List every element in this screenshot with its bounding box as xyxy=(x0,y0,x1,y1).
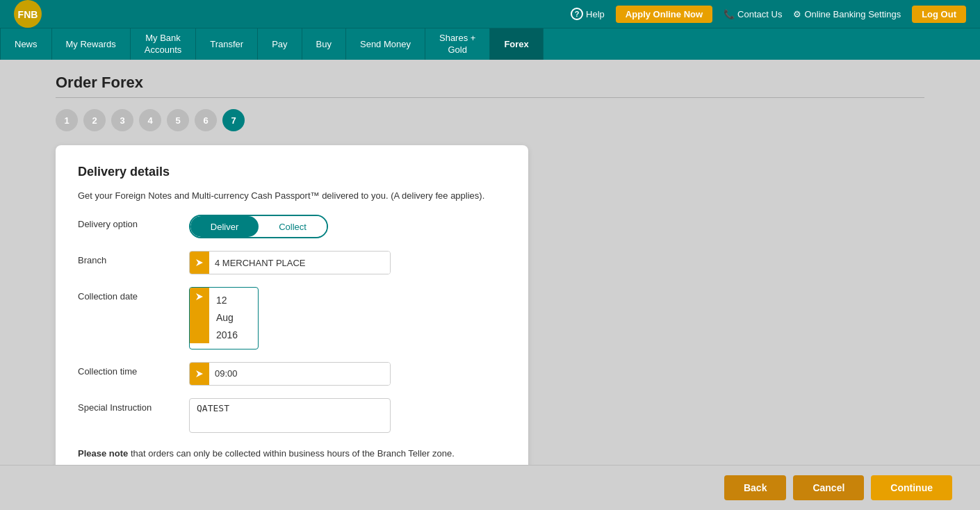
collection-date-label: Collection date xyxy=(78,287,189,302)
step-3[interactable]: 3 xyxy=(111,109,133,131)
delivery-details-card: Delivery details Get your Foreign Notes … xyxy=(56,145,528,478)
svg-text:FNB: FNB xyxy=(18,9,38,20)
nav-item-buy[interactable]: Buy xyxy=(302,28,346,60)
time-input-container xyxy=(189,362,391,386)
card-title: Delivery details xyxy=(78,165,506,179)
nav-item-my-bank-accounts[interactable]: My BankAccounts xyxy=(131,28,196,60)
note-body: that orders can only be collected within… xyxy=(131,448,455,459)
date-year: 2016 xyxy=(216,329,238,340)
online-banking-label: Online Banking Settings xyxy=(804,9,901,19)
nav-item-forex[interactable]: Forex xyxy=(490,28,543,60)
help-label: Help xyxy=(586,9,605,19)
main-nav: News My Rewards My BankAccounts Transfer… xyxy=(0,28,980,60)
svg-marker-3 xyxy=(196,293,203,300)
step-6[interactable]: 6 xyxy=(195,109,217,131)
step-5[interactable]: 5 xyxy=(167,109,189,131)
nav-item-news[interactable]: News xyxy=(0,28,52,60)
date-day: 12 xyxy=(216,295,227,306)
special-instruction-input[interactable]: QATEST xyxy=(189,398,391,433)
delivery-toggle[interactable]: Deliver Collect xyxy=(189,215,328,238)
page-footer: Back Cancel Continue xyxy=(0,465,980,510)
collection-time-control xyxy=(189,362,506,386)
help-icon: ? xyxy=(571,8,583,20)
card-description: Get your Foreign Notes and Multi-currenc… xyxy=(78,190,506,201)
continue-button[interactable]: Continue xyxy=(871,475,952,500)
step-4[interactable]: 4 xyxy=(139,109,161,131)
nav-item-shares-gold[interactable]: Shares +Gold xyxy=(425,28,490,60)
nav-item-my-rewards[interactable]: My Rewards xyxy=(52,28,131,60)
deliver-option[interactable]: Deliver xyxy=(190,216,259,237)
svg-marker-2 xyxy=(196,259,203,266)
contact-us-label: Contact Us xyxy=(737,9,782,19)
cancel-button[interactable]: Cancel xyxy=(793,475,864,500)
logout-button[interactable]: Log Out xyxy=(912,6,966,23)
phone-icon: 📞 xyxy=(724,9,735,19)
nav-item-send-money[interactable]: Send Money xyxy=(346,28,425,60)
special-instruction-control: QATEST xyxy=(189,398,506,436)
online-banking-link[interactable]: ⚙ Online Banking Settings xyxy=(793,9,901,19)
page-title: Order Forex xyxy=(56,74,924,98)
apply-online-button[interactable]: Apply Online Now xyxy=(616,6,712,23)
step-1[interactable]: 1 xyxy=(56,109,78,131)
note-bold: Please note xyxy=(78,448,128,459)
branch-icon xyxy=(190,252,209,274)
special-instruction-row: Special Instruction QATEST xyxy=(78,398,506,436)
delivery-option-label: Delivery option xyxy=(78,215,189,229)
collection-time-label: Collection time xyxy=(78,362,189,377)
steps-container: 1 2 3 4 5 6 7 xyxy=(56,109,924,131)
date-month: Aug xyxy=(216,312,234,323)
collection-time-row: Collection time xyxy=(78,362,506,386)
collection-date-row: Collection date 12 Aug 2016 xyxy=(78,287,506,349)
header-right: ? Help Apply Online Now 📞 Contact Us ⚙ O… xyxy=(571,6,966,23)
contact-us-link[interactable]: 📞 Contact Us xyxy=(724,9,782,19)
svg-marker-4 xyxy=(196,370,203,377)
back-button[interactable]: Back xyxy=(724,475,786,500)
time-icon xyxy=(190,363,209,385)
note-container: Please note that orders can only be coll… xyxy=(78,448,506,459)
nav-item-pay[interactable]: Pay xyxy=(258,28,302,60)
date-value: 12 Aug 2016 xyxy=(209,288,258,349)
logo-icon: FNB xyxy=(14,0,42,28)
logo-area: FNB xyxy=(14,0,46,28)
branch-control xyxy=(189,251,506,274)
nav-item-transfer[interactable]: Transfer xyxy=(196,28,258,60)
delivery-option-row: Delivery option Deliver Collect xyxy=(78,215,506,238)
gear-icon: ⚙ xyxy=(793,9,801,19)
special-instruction-label: Special Instruction xyxy=(78,398,189,413)
date-picker[interactable]: 12 Aug 2016 xyxy=(189,287,259,349)
date-icon xyxy=(190,288,209,343)
branch-input-container xyxy=(189,251,391,274)
branch-row: Branch xyxy=(78,251,506,274)
collection-date-control: 12 Aug 2016 xyxy=(189,287,506,349)
step-7[interactable]: 7 xyxy=(222,109,245,131)
time-input[interactable] xyxy=(209,363,390,385)
collect-option[interactable]: Collect xyxy=(259,216,327,237)
delivery-option-control: Deliver Collect xyxy=(189,215,506,238)
branch-input[interactable] xyxy=(209,252,390,274)
branch-label: Branch xyxy=(78,251,189,265)
help-link[interactable]: ? Help xyxy=(571,8,605,20)
step-2[interactable]: 2 xyxy=(83,109,106,131)
